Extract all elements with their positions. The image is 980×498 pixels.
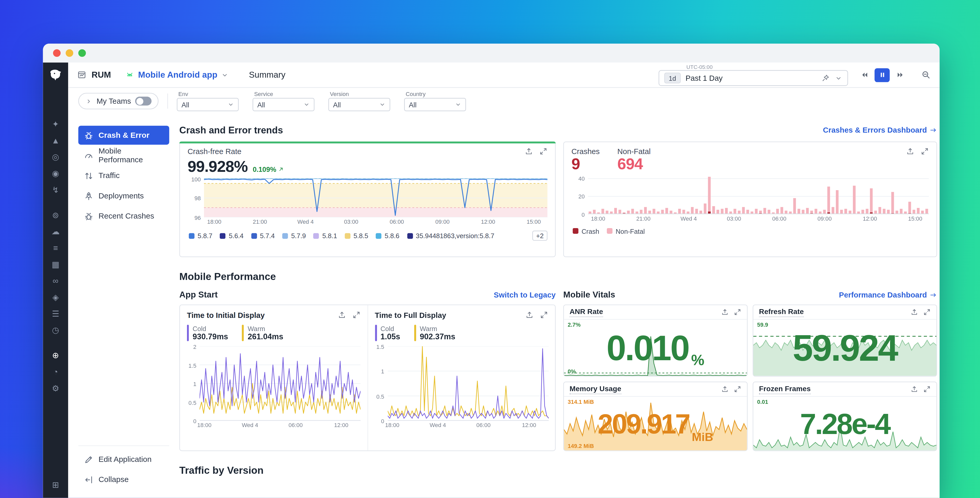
monitors-icon[interactable]: ◉: [48, 165, 64, 181]
tile-title[interactable]: Frozen Frames: [759, 384, 811, 394]
apm-icon[interactable]: ⊚: [48, 207, 64, 223]
close-window-button[interactable]: [53, 49, 60, 57]
export-icon[interactable]: [525, 147, 533, 155]
my-teams-filter[interactable]: My Teams: [78, 93, 159, 109]
legend-item[interactable]: 5.8.7: [189, 232, 212, 239]
tile-title[interactable]: ANR Rate: [570, 307, 603, 317]
profiling-icon[interactable]: ◔: [48, 363, 64, 380]
watchdog-icon[interactable]: ◎: [48, 148, 64, 165]
rum-icon[interactable]: ⊕: [48, 347, 64, 363]
processes-icon[interactable]: ☰: [48, 305, 64, 322]
gauge-icon: [84, 151, 94, 160]
filter-select-service[interactable]: All: [253, 98, 315, 111]
export-icon[interactable]: [721, 308, 729, 316]
export-icon[interactable]: [911, 308, 918, 316]
legend-item[interactable]: Non-Fatal: [607, 227, 645, 235]
stat-value: 902.37ms: [420, 332, 455, 341]
crashes-chart[interactable]: [588, 175, 929, 214]
performance-dashboard-link[interactable]: Performance Dashboard: [839, 290, 937, 299]
scrub-forward-button[interactable]: [892, 68, 908, 82]
favorites-icon[interactable]: ✦: [48, 116, 64, 132]
chevron-down-icon[interactable]: [835, 74, 842, 82]
export-icon[interactable]: [337, 311, 346, 319]
expand-icon[interactable]: [921, 147, 929, 155]
sidebar-item-mobile-performance[interactable]: Mobile Performance: [78, 146, 169, 165]
legend-swatch: [189, 233, 194, 238]
time-range-box[interactable]: 1d Past 1 Day: [659, 70, 848, 86]
pause-live-button[interactable]: [875, 68, 890, 82]
ci-icon[interactable]: ∞: [48, 272, 64, 289]
stat-color-bar: [242, 325, 244, 342]
expand-icon[interactable]: [352, 311, 360, 319]
time-range-control[interactable]: UTC-05:00 1d Past 1 Day: [659, 64, 848, 86]
legend-item[interactable]: 5.7.4: [251, 232, 275, 239]
security-icon[interactable]: ◈: [48, 289, 64, 305]
expand-icon[interactable]: [734, 308, 741, 316]
fullscreen-window-button[interactable]: [78, 49, 86, 57]
legend-item[interactable]: Crash: [573, 227, 599, 235]
pin-icon[interactable]: [821, 74, 830, 82]
dashboards-icon[interactable]: ▦: [48, 256, 64, 273]
crash-free-rate-delta: 0.109%: [253, 165, 284, 173]
range-chip[interactable]: 1d: [664, 73, 681, 84]
legend-label: 5.6.4: [229, 232, 243, 239]
settings-icon[interactable]: ⚙: [48, 380, 64, 396]
legend-item[interactable]: 5.8.6: [376, 232, 399, 239]
tile-title[interactable]: Memory Usage: [570, 384, 621, 394]
expand-icon[interactable]: [923, 386, 931, 393]
legend-swatch: [376, 233, 382, 238]
legend-item[interactable]: 35.94481863,version:5.8.7: [407, 232, 495, 239]
legend-item[interactable]: 5.6.4: [220, 232, 243, 239]
sidebar-item-collapse[interactable]: Collapse: [78, 470, 169, 489]
app-start-title: App Start: [179, 290, 218, 300]
minimize-window-button[interactable]: [66, 49, 73, 57]
export-icon[interactable]: [721, 386, 729, 393]
my-teams-toggle[interactable]: [135, 97, 152, 105]
crashes-card: Crashes 9 Non-Fatal 694: [563, 141, 937, 257]
export-icon[interactable]: [911, 386, 918, 393]
events-icon[interactable]: ↯: [48, 181, 64, 198]
ttid-cold-stat: Cold930.79ms: [187, 325, 228, 342]
crashes-stat: Crashes 9: [571, 147, 600, 172]
sidebar-item-crash-error[interactable]: Crash & Error: [78, 126, 169, 145]
y-axis-tick: 2: [193, 344, 196, 350]
y-axis-tick: 1.5: [376, 344, 384, 350]
switch-to-legacy-link[interactable]: Switch to Legacy: [494, 290, 556, 299]
export-icon[interactable]: [525, 311, 534, 319]
datadog-logo[interactable]: [48, 68, 63, 83]
legend-item[interactable]: 5.7.9: [282, 232, 306, 239]
export-icon[interactable]: [906, 147, 915, 155]
sidebar-item-deployments[interactable]: Deployments: [78, 186, 169, 205]
application-name[interactable]: Mobile Android app: [138, 70, 217, 80]
expand-icon[interactable]: [539, 147, 547, 155]
expand-icon[interactable]: [734, 386, 741, 393]
legend-item[interactable]: 5.8.5: [345, 232, 368, 239]
legend-item[interactable]: 5.8.1: [313, 232, 337, 239]
infrastructure-icon[interactable]: ☁: [48, 223, 64, 239]
app-header: RUM Mobile Android app Summary UTC-05:00…: [68, 62, 940, 88]
scrub-backward-button[interactable]: [857, 68, 872, 82]
tile-title[interactable]: Refresh Rate: [759, 307, 804, 317]
filter-select-country[interactable]: All: [404, 98, 466, 111]
sidebar-item-edit-application[interactable]: Edit Application: [78, 450, 169, 469]
application-selector[interactable]: Mobile Android app: [125, 70, 229, 80]
card-title: Crash-free Rate: [188, 147, 242, 156]
expand-icon[interactable]: [923, 308, 931, 316]
legend-overflow-chip[interactable]: +2: [532, 231, 547, 241]
x-axis-tick: Wed 4: [298, 219, 313, 225]
synthetics-icon[interactable]: ◷: [48, 321, 64, 338]
sidebar-item-traffic[interactable]: Traffic: [78, 166, 169, 185]
memory-tile: Memory Usage314.1 MiB149.2 MiB209.917MiB: [563, 381, 748, 451]
ttid-chart[interactable]: [200, 346, 360, 421]
expand-icon[interactable]: [540, 311, 548, 319]
crash-free-chart[interactable]: [204, 178, 547, 217]
apps-grid-icon[interactable]: ⊞: [48, 476, 64, 493]
crashes-errors-dashboard-link[interactable]: Crashes & Errors Dashboard: [823, 125, 937, 134]
filter-select-version[interactable]: All: [329, 98, 390, 111]
filter-select-env[interactable]: All: [177, 98, 239, 111]
metrics-icon[interactable]: ▲: [48, 132, 64, 148]
sidebar-item-recent-crashes[interactable]: Recent Crashes: [78, 207, 169, 225]
ttfd-chart[interactable]: [387, 346, 548, 421]
zoom-out-icon[interactable]: [921, 70, 931, 80]
logs-icon[interactable]: ≡: [48, 239, 64, 256]
